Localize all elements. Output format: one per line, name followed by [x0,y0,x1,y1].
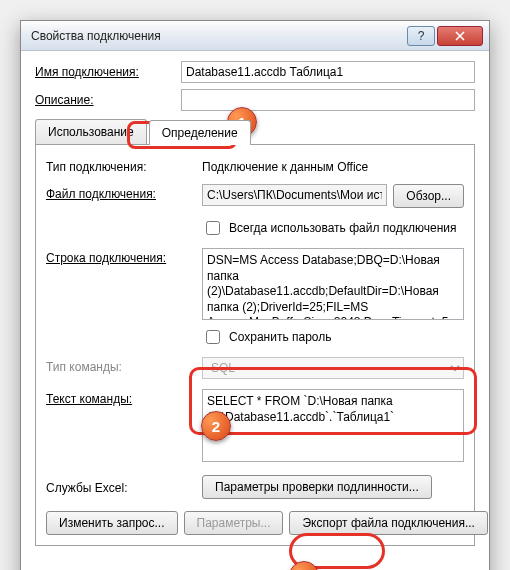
conn-type-label: Тип подключения: [46,157,196,174]
conn-type-value: Подключение к данным Office [202,157,464,174]
always-use-file-checkbox[interactable] [206,221,220,235]
window-title: Свойства подключения [31,29,405,43]
description-label: Описание: [35,93,175,107]
connection-properties-dialog: Свойства подключения ? Имя подключения: … [20,20,490,570]
export-conn-file-button[interactable]: Экспорт файла подключения... [289,511,487,535]
tab-usage[interactable]: Использование [35,119,147,144]
titlebar: Свойства подключения ? [21,21,489,51]
auth-params-button[interactable]: Параметры проверки подлинности... [202,475,432,499]
conn-file-label: Файл подключения: [46,184,196,201]
always-use-file-label: Всегда использовать файл подключения [229,221,457,235]
save-password-label: Сохранить пароль [229,330,331,344]
save-password-checkbox[interactable] [206,330,220,344]
dialog-footer: ОК Отмена [21,560,489,570]
conn-string-label: Строка подключения: [46,248,196,265]
excel-services-label: Службы Excel: [46,478,196,495]
conn-string-textarea[interactable]: DSN=MS Access Database;DBQ=D:\Новая папк… [202,248,464,320]
tab-definition-panel: Тип подключения: Подключение к данным Of… [35,145,475,546]
connection-name-input[interactable] [181,61,475,83]
cmd-type-select: SQL [202,357,464,379]
cmd-type-label: Тип команды: [46,357,196,374]
connection-name-label: Имя подключения: [35,65,175,79]
parameters-button: Параметры... [184,511,284,535]
conn-file-input[interactable] [202,184,387,206]
cmd-text-textarea[interactable]: SELECT * FROM `D:\Новая папка (2)\Databa… [202,389,464,461]
description-input[interactable] [181,89,475,111]
badge-2: 2 [201,411,231,441]
tab-definition[interactable]: Определение [149,120,251,145]
always-use-file-row[interactable]: Всегда использовать файл подключения [202,218,464,238]
edit-query-button[interactable]: Изменить запрос... [46,511,178,535]
close-button[interactable] [437,26,483,46]
browse-button[interactable]: Обзор... [393,184,464,208]
cmd-text-label: Текст команды: [46,389,196,406]
save-password-row[interactable]: Сохранить пароль [202,327,464,347]
help-button[interactable]: ? [407,26,435,46]
close-icon [455,31,465,41]
